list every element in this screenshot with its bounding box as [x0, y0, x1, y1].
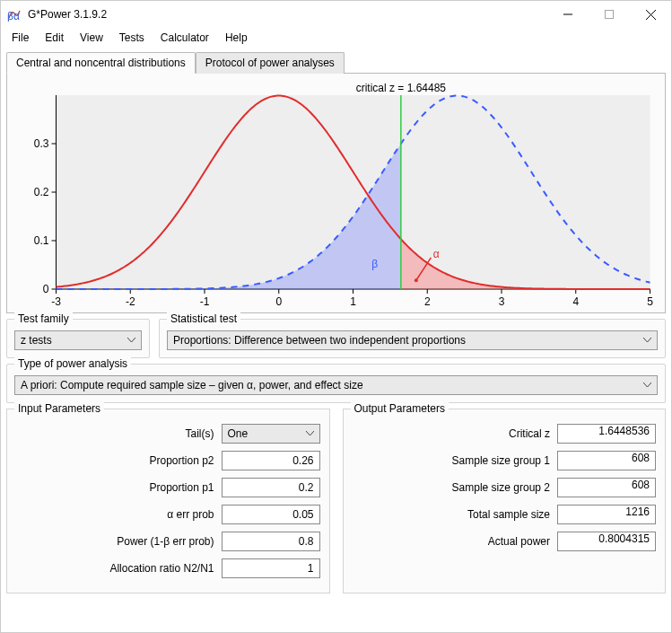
apower-label: Actual power — [353, 535, 558, 548]
svg-text:-3: -3 — [51, 295, 61, 308]
svg-text:βα: βα — [7, 10, 20, 22]
p1-label: Proportion p1 — [16, 481, 222, 494]
power-input[interactable] — [222, 532, 320, 551]
svg-text:critical z = 1.64485: critical z = 1.64485 — [356, 82, 447, 94]
chevron-down-icon — [643, 382, 651, 388]
titlebar: βα G*Power 3.1.9.2 — [1, 1, 671, 28]
svg-text:3: 3 — [499, 295, 505, 308]
svg-text:0: 0 — [275, 295, 282, 308]
menu-calculator[interactable]: Calculator — [159, 30, 211, 46]
chevron-down-icon — [643, 338, 651, 343]
svg-text:0.1: 0.1 — [34, 234, 49, 247]
svg-text:4: 4 — [572, 295, 579, 308]
svg-text:β: β — [371, 258, 378, 270]
chevron-down-icon — [306, 431, 314, 436]
maximize-button[interactable] — [589, 1, 630, 28]
analysis-type-value: A priori: Compute required sample size –… — [21, 379, 363, 391]
ntot-label: Total sample size — [353, 508, 558, 521]
tails-value: One — [228, 427, 249, 440]
output-parameters-group: Output Parameters Critical z1.6448536 Sa… — [343, 409, 667, 593]
critz-output: 1.6448536 — [557, 424, 656, 444]
test-family-value: z tests — [21, 334, 52, 347]
svg-text:5: 5 — [647, 295, 653, 308]
tails-select[interactable]: One — [222, 424, 320, 444]
menu-view[interactable]: View — [78, 30, 105, 46]
statistical-test-value: Proportions: Difference between two inde… — [173, 334, 466, 347]
svg-text:α: α — [433, 248, 440, 260]
svg-point-38 — [415, 278, 418, 282]
svg-rect-2 — [606, 11, 614, 19]
close-button[interactable] — [630, 1, 671, 28]
input-parameters-group: Input Parameters Tail(s) One Proportion … — [6, 409, 330, 593]
minimize-button[interactable] — [547, 1, 589, 28]
power-label: Power (1-β err prob) — [16, 535, 222, 548]
p2-input[interactable] — [222, 451, 320, 470]
tab-central-distributions[interactable]: Central and noncentral distributions — [6, 52, 196, 74]
svg-text:2: 2 — [424, 295, 431, 308]
test-family-label: Test family — [14, 312, 73, 325]
svg-text:0.3: 0.3 — [34, 137, 49, 150]
app-icon: βα — [6, 6, 22, 22]
n1-output: 608 — [557, 451, 656, 470]
alloc-input[interactable] — [222, 558, 320, 578]
p2-label: Proportion p2 — [16, 454, 222, 467]
tails-label: Tail(s) — [16, 427, 222, 440]
apower-output: 0.8004315 — [557, 532, 656, 551]
menu-help[interactable]: Help — [223, 30, 249, 46]
tab-bar: Central and noncentral distributions Pro… — [1, 48, 671, 73]
svg-text:0: 0 — [43, 283, 49, 295]
test-family-select[interactable]: z tests — [14, 330, 142, 350]
menubar: File Edit View Tests Calculator Help — [1, 28, 671, 48]
alpha-label: α err prob — [16, 508, 222, 521]
p1-input[interactable] — [222, 478, 320, 497]
window-controls — [547, 1, 671, 28]
analysis-type-select[interactable]: A priori: Compute required sample size –… — [14, 375, 658, 395]
statistical-test-group: Statistical test Proportions: Difference… — [159, 319, 666, 358]
statistical-test-label: Statistical test — [167, 312, 240, 325]
svg-text:0.2: 0.2 — [34, 186, 49, 198]
test-family-group: Test family z tests — [6, 319, 150, 358]
chevron-down-icon — [127, 338, 135, 343]
ntot-output: 1216 — [557, 505, 656, 524]
menu-tests[interactable]: Tests — [118, 30, 146, 46]
analysis-type-group: Type of power analysis A priori: Compute… — [6, 364, 666, 403]
alpha-input[interactable] — [222, 505, 320, 524]
n1-label: Sample size group 1 — [353, 454, 558, 467]
output-parameters-legend: Output Parameters — [351, 402, 449, 415]
analysis-type-label: Type of power analysis — [14, 357, 131, 370]
input-parameters-legend: Input Parameters — [14, 402, 104, 415]
n2-label: Sample size group 2 — [353, 481, 558, 494]
svg-text:-1: -1 — [200, 295, 210, 308]
svg-text:1: 1 — [350, 295, 356, 308]
statistical-test-select[interactable]: Proportions: Difference between two inde… — [167, 330, 658, 350]
svg-text:-2: -2 — [126, 295, 135, 308]
app-window: βα G*Power 3.1.9.2 File Edit View Tests … — [0, 0, 672, 633]
chart-panel: -3-2-101234500.10.20.3critical z = 1.644… — [6, 73, 666, 313]
window-title: G*Power 3.1.9.2 — [28, 8, 547, 21]
critz-label: Critical z — [353, 427, 558, 440]
menu-file[interactable]: File — [10, 30, 31, 46]
alloc-label: Allocation ratio N2/N1 — [16, 562, 222, 575]
distribution-chart: -3-2-101234500.10.20.3critical z = 1.644… — [13, 79, 659, 312]
tab-protocol[interactable]: Protocol of power analyses — [196, 52, 345, 74]
menu-edit[interactable]: Edit — [43, 30, 65, 46]
n2-output: 608 — [557, 478, 656, 497]
